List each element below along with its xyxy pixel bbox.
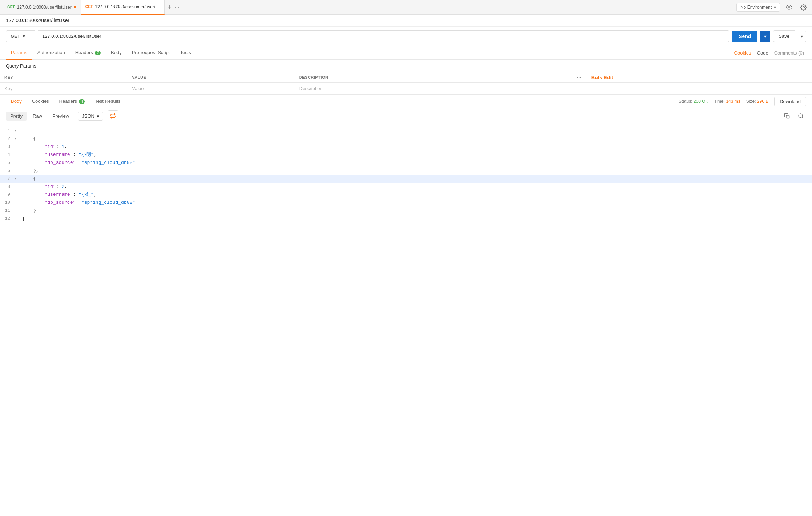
description-column-header: DESCRIPTION <box>295 72 572 83</box>
code-line-11: 11 } <box>0 207 812 215</box>
bulk-edit-header: Bulk Edit <box>587 72 812 83</box>
tab-prerequest[interactable]: Pre-request Script <box>127 46 175 60</box>
table-row: Key Value Description <box>0 83 812 94</box>
size-value: 296 B <box>757 99 768 104</box>
tab-tests[interactable]: Tests <box>175 46 196 60</box>
environment-selector[interactable]: No Environment ▾ <box>736 3 780 12</box>
line-toggle[interactable]: ▾ <box>15 135 20 143</box>
copy-icon-button[interactable] <box>781 110 792 121</box>
code-line-12: 12] <box>0 215 812 223</box>
line-content: }, <box>20 167 812 175</box>
cookies-link[interactable]: Cookies <box>732 47 753 59</box>
code-link[interactable]: Code <box>755 47 771 59</box>
add-tab-button[interactable]: + <box>168 4 172 11</box>
code-tab-raw[interactable]: Raw <box>28 112 47 121</box>
row-actions <box>572 83 587 94</box>
value-cell[interactable]: Value <box>128 83 295 94</box>
method-label: GET <box>11 33 20 39</box>
line-number: 2 <box>0 135 15 143</box>
line-number: 11 <box>0 207 15 215</box>
line-content: "username": "小红", <box>20 191 812 199</box>
description-cell[interactable]: Description <box>295 83 572 94</box>
line-content: ] <box>20 215 812 223</box>
line-number: 4 <box>0 151 15 159</box>
response-status: Status: 200 OK Time: 143 ms Size: 296 B … <box>679 97 806 106</box>
tab-bar-right: No Environment ▾ <box>736 2 809 13</box>
format-selector[interactable]: JSON ▾ <box>78 112 103 121</box>
code-line-6: 6 }, <box>0 167 812 175</box>
line-number: 8 <box>0 183 15 191</box>
headers-badge: 7 <box>95 51 101 55</box>
status-label: Status: <box>679 99 692 104</box>
tab-body[interactable]: Body <box>106 46 127 60</box>
page-title: 127.0.0.1:8002/user/listUser <box>0 15 812 27</box>
env-label: No Environment <box>740 5 772 10</box>
time-value: 143 ms <box>726 99 740 104</box>
eye-icon-button[interactable] <box>784 2 795 13</box>
resp-tab-body[interactable]: Body <box>6 95 27 108</box>
query-params-title: Query Params <box>0 60 812 72</box>
more-options-icon[interactable]: ··· <box>577 74 582 80</box>
request-tabs: Params Authorization Headers 7 Body Pre-… <box>0 46 812 60</box>
line-toggle[interactable]: ▾ <box>15 127 20 135</box>
code-line-7: 7▾ { <box>0 175 812 183</box>
wrap-button[interactable] <box>108 110 118 121</box>
code-tab-pretty[interactable]: Pretty <box>6 112 27 121</box>
line-content: "db_source": "spring_cloud_db02" <box>20 159 812 167</box>
line-number: 5 <box>0 159 15 167</box>
code-line-1: 1▾[ <box>0 127 812 135</box>
line-content: { <box>20 175 812 183</box>
resp-tab-cookies[interactable]: Cookies <box>27 95 54 108</box>
save-button[interactable]: Save <box>773 30 795 42</box>
code-area: 1▾[2▾ {3 "id": 1,4 "username": "小明",5 "d… <box>0 124 812 516</box>
settings-icon-button[interactable] <box>798 2 809 13</box>
line-number: 3 <box>0 143 15 151</box>
response-tabs: Body Cookies Headers 4 Test Results Stat… <box>0 95 812 108</box>
line-number: 7 <box>0 175 15 183</box>
actions-column-header: ··· <box>572 72 587 83</box>
send-button[interactable]: Send <box>732 31 757 42</box>
line-content: "id": 1, <box>20 143 812 151</box>
download-button[interactable]: Download <box>774 97 806 106</box>
tab-1[interactable]: GET 127.0.0.1:8003/user/listUser <box>3 0 81 15</box>
line-toggle[interactable]: ▾ <box>15 175 20 183</box>
more-tabs-button[interactable]: ··· <box>174 4 180 11</box>
tab-bar: GET 127.0.0.1:8003/user/listUser GET 127… <box>0 0 812 15</box>
tab-headers[interactable]: Headers 7 <box>70 46 106 60</box>
tab-actions: + ··· <box>165 4 183 11</box>
req-tab-right: Cookies Code Comments (0) <box>732 47 806 59</box>
time-label: Time: <box>714 99 725 104</box>
svg-point-3 <box>799 114 803 118</box>
tab-authorization[interactable]: Authorization <box>32 46 70 60</box>
tab-params[interactable]: Params <box>6 46 32 60</box>
tab-2[interactable]: GET 127.0.0.1:8080/consumer/user/l... <box>81 0 165 15</box>
search-icon-button[interactable] <box>795 110 806 121</box>
code-line-10: 10 "db_source": "spring_cloud_db02" <box>0 199 812 207</box>
main-layout: 127.0.0.1:8002/user/listUser GET ▾ Send … <box>0 15 812 516</box>
svg-line-4 <box>802 117 803 118</box>
tab1-unsaved-dot <box>74 6 76 8</box>
method-selector[interactable]: GET ▾ <box>6 30 35 42</box>
key-column-header: KEY <box>0 72 128 83</box>
line-content: "db_source": "spring_cloud_db02" <box>20 199 812 207</box>
svg-point-0 <box>788 6 790 8</box>
tab1-method: GET <box>7 5 15 9</box>
resp-tab-headers[interactable]: Headers 4 <box>54 95 90 108</box>
line-number: 1 <box>0 127 15 135</box>
url-input[interactable] <box>38 30 729 42</box>
tab2-url: 127.0.0.1:8080/consumer/user/l... <box>95 4 160 9</box>
code-view-actions <box>781 110 806 121</box>
key-cell[interactable]: Key <box>0 83 128 94</box>
resp-tab-test-results[interactable]: Test Results <box>90 95 126 108</box>
code-line-5: 5 "db_source": "spring_cloud_db02" <box>0 159 812 167</box>
save-dropdown-button[interactable]: ▾ <box>798 31 806 42</box>
bulk-edit-link[interactable]: Bulk Edit <box>591 75 614 80</box>
comments-link[interactable]: Comments (0) <box>772 47 806 59</box>
code-tab-preview[interactable]: Preview <box>48 112 73 121</box>
line-number: 9 <box>0 191 15 199</box>
line-content: "id": 2, <box>20 183 812 191</box>
tab2-method: GET <box>85 5 93 9</box>
code-view-tabs: Pretty Raw Preview JSON ▾ <box>0 108 812 124</box>
send-dropdown-button[interactable]: ▾ <box>760 31 770 42</box>
value-column-header: VALUE <box>128 72 295 83</box>
